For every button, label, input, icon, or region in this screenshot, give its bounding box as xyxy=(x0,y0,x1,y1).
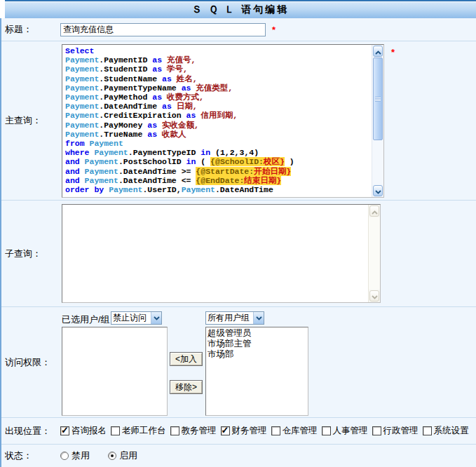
code-line: Payment.DateAndTime as 日期, xyxy=(65,102,371,111)
scrollbar-thumb[interactable] xyxy=(373,57,383,140)
selected-users-listbox[interactable] xyxy=(62,327,168,416)
access-rights-label: 访问权限： xyxy=(1,307,60,417)
form-header: Ｓ Ｑ Ｌ 语句编辑 xyxy=(5,0,476,18)
sub-query-scrollbar[interactable] xyxy=(368,205,380,302)
chevron-down-icon xyxy=(372,290,378,302)
access-filter-select[interactable]: 禁止访问 xyxy=(111,311,162,325)
sub-query-label: 子查询： xyxy=(1,201,60,306)
checkbox-icon[interactable] xyxy=(170,426,179,435)
code-line: Payment.PayMethod as 收费方式, xyxy=(65,93,371,102)
checkbox-icon[interactable] xyxy=(423,426,432,435)
chevron-down-icon[interactable] xyxy=(151,312,161,324)
all-groups-select[interactable]: 所有用户组 xyxy=(205,311,264,325)
position-row: 出现位置： 咨询报名老师工作台教务管理财务管理仓库管理人事管理行政管理系统设置 xyxy=(1,417,476,444)
scrollbar-track[interactable] xyxy=(369,217,380,290)
sub-query-editor[interactable] xyxy=(62,204,381,303)
scrollbar-track[interactable] xyxy=(372,57,383,184)
add-button[interactable]: <加入 xyxy=(170,352,203,366)
selected-users-label: 已选用户/组 xyxy=(62,313,110,326)
code-line: Payment.StudentID as 学号, xyxy=(65,65,371,74)
code-line: and Payment.DateAndTime >= {@StartDate:开… xyxy=(65,167,371,176)
title-label: 标题： xyxy=(1,18,60,41)
checkbox-label: 人事管理 xyxy=(333,425,368,437)
list-item[interactable]: 市场部主管 xyxy=(208,339,306,349)
main-query-code[interactable]: SelectPayment.PaymentID as 充值号,Payment.S… xyxy=(62,45,372,197)
scroll-down-button[interactable] xyxy=(369,290,379,302)
main-query-label: 主查询： xyxy=(1,41,60,200)
radio-icon[interactable] xyxy=(108,452,116,460)
checkbox-icon[interactable] xyxy=(111,426,120,435)
checkbox-label: 系统设置 xyxy=(434,425,469,437)
checkbox-item[interactable]: 老师工作台 xyxy=(111,425,166,437)
checkbox-label: 咨询报名 xyxy=(72,425,107,437)
status-label: 状态： xyxy=(1,445,60,467)
radio-label: 启用 xyxy=(119,449,137,462)
chevron-up-icon xyxy=(375,45,381,57)
main-query-row: 主查询： SelectPayment.PaymentID as 充值号,Paym… xyxy=(1,41,476,200)
radio-label: 禁用 xyxy=(72,449,90,462)
code-line: Payment.PaymentID as 充值号, xyxy=(65,55,371,65)
chevron-down-icon xyxy=(375,184,381,197)
radio-item[interactable]: 禁用 xyxy=(60,449,90,462)
position-checkbox-group: 咨询报名老师工作台教务管理财务管理仓库管理人事管理行政管理系统设置 xyxy=(60,418,476,444)
sub-query-code[interactable] xyxy=(62,205,368,302)
main-query-scrollbar[interactable] xyxy=(372,45,383,197)
access-rights-row: 访问权限： 已选用户/组 禁止访问 所有用户组 超级管理员市场部主管市场部 <加… xyxy=(1,306,476,417)
checkbox-icon[interactable] xyxy=(271,426,280,435)
main-query-required-asterisk: * xyxy=(391,47,395,57)
code-line: Payment.TrueName as 收款人 xyxy=(65,130,371,139)
position-label: 出现位置： xyxy=(1,418,60,444)
checkbox-item[interactable]: 教务管理 xyxy=(170,425,217,437)
checkbox-label: 行政管理 xyxy=(383,425,419,437)
checkbox-item[interactable]: 系统设置 xyxy=(423,425,469,437)
checkbox-label: 教务管理 xyxy=(182,425,217,437)
title-input[interactable] xyxy=(60,23,266,36)
code-line: order by Payment.UserID,Payment.DateAndT… xyxy=(65,185,371,194)
code-line: Payment.PayMoney as 实收金额, xyxy=(65,121,371,130)
code-line: Payment.PaymentTypeName as 充值类型, xyxy=(65,83,371,93)
access-filter-value: 禁止访问 xyxy=(111,312,151,324)
remove-button[interactable]: 移除> xyxy=(170,380,203,394)
list-item[interactable]: 市场部 xyxy=(208,349,306,360)
code-line: Payment.StudentName as 姓名, xyxy=(65,74,371,83)
code-line: from Payment xyxy=(65,139,371,148)
status-radio-group: 禁用启用 xyxy=(60,445,476,467)
code-line: where Payment.PaymentTypeID in (1,2,3,4) xyxy=(65,148,371,157)
checkbox-label: 老师工作台 xyxy=(122,425,166,437)
code-line: and Payment.PostSchoolID in ( {@SchoolID… xyxy=(65,157,371,166)
form-title: Ｓ Ｑ Ｌ 语句编辑 xyxy=(192,4,289,16)
available-groups-listbox[interactable]: 超级管理员市场部主管市场部 xyxy=(205,327,308,416)
checkbox-icon[interactable] xyxy=(322,426,331,435)
code-line: Payment.CreditExpiration as 信用到期, xyxy=(65,111,371,120)
sub-query-row: 子查询： xyxy=(1,200,476,306)
scroll-down-button[interactable] xyxy=(373,185,383,196)
title-row: 标题： * xyxy=(1,18,476,41)
checkbox-item[interactable]: 仓库管理 xyxy=(271,425,318,437)
sql-editor-window: Ｓ Ｑ Ｌ 语句编辑 标题： * 主查询： SelectPayment.Paym… xyxy=(0,0,476,467)
list-item[interactable]: 超级管理员 xyxy=(208,328,306,339)
checkbox-item[interactable]: 咨询报名 xyxy=(60,425,107,437)
form-body: 标题： * 主查询： SelectPayment.PaymentID as 充值… xyxy=(0,18,476,467)
thumb-grip-icon xyxy=(375,97,381,102)
checkbox-label: 仓库管理 xyxy=(283,425,318,437)
code-line: Select xyxy=(65,46,371,55)
checkbox-item[interactable]: 财务管理 xyxy=(221,425,267,437)
checkbox-icon[interactable] xyxy=(372,426,381,435)
code-line: and Payment.DateAndTime <= {@EndDate:结束日… xyxy=(65,176,371,185)
title-required-asterisk: * xyxy=(272,25,276,35)
chevron-down-icon[interactable] xyxy=(253,312,264,324)
scroll-up-button[interactable] xyxy=(369,205,379,217)
main-query-editor[interactable]: SelectPayment.PaymentID as 充值号,Payment.S… xyxy=(62,44,384,198)
status-row: 状态： 禁用启用 xyxy=(1,444,476,467)
radio-item[interactable]: 启用 xyxy=(108,449,137,462)
checkbox-item[interactable]: 人事管理 xyxy=(322,425,368,437)
checkbox-icon[interactable] xyxy=(221,426,230,435)
checkbox-label: 财务管理 xyxy=(232,425,267,437)
checkbox-icon[interactable] xyxy=(60,426,69,435)
chevron-up-icon xyxy=(372,205,378,217)
checkbox-item[interactable]: 行政管理 xyxy=(372,425,419,437)
scroll-up-button[interactable] xyxy=(373,46,383,57)
all-groups-value: 所有用户组 xyxy=(206,312,253,324)
radio-icon[interactable] xyxy=(60,452,69,460)
